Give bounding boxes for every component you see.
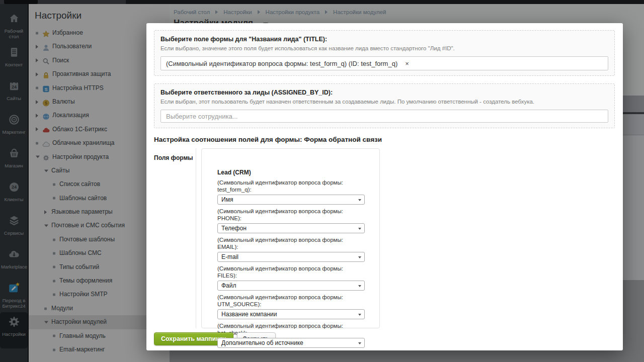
- mapping-left-column: Поля формы: [154, 148, 196, 328]
- lead-title-field-select[interactable]: (Символьный идентификатор вопроса формы:…: [160, 56, 608, 70]
- chevron-down-icon: [358, 314, 361, 316]
- mapping-field-label: (Символьный идентификатор вопроса формы:…: [217, 265, 364, 279]
- mapping-field-group: (Символьный идентификатор вопроса формы:…: [217, 294, 364, 319]
- chevron-down-icon: [358, 256, 361, 258]
- remove-tag-icon[interactable]: ×: [405, 60, 409, 67]
- mapping-field-group: (Символьный идентификатор вопроса формы:…: [217, 179, 364, 205]
- mapping-field-value: E-mail: [221, 253, 238, 260]
- mapping-field-label: (Символьный идентификатор вопроса формы:…: [217, 208, 364, 222]
- assigned-by-label: Выберите ответственного за лиды (ASSIGNE…: [160, 89, 608, 97]
- mapping-field-label: (Символьный идентификатор вопроса формы:…: [217, 179, 364, 193]
- module-settings-modal: Выберите поле формы для "Названия лида" …: [146, 23, 623, 350]
- mapping-field-select[interactable]: Имя: [217, 195, 365, 205]
- mapping-field-label: (Символьный идентификатор вопроса формы:…: [217, 294, 364, 308]
- lead-title-field-value: (Символьный идентификатор вопроса формы:…: [166, 60, 397, 67]
- mapping-field-group: (Символьный идентификатор вопроса формы:…: [217, 208, 364, 233]
- lead-title-description: Если выбрано, значение этого поля будет …: [160, 45, 608, 52]
- chevron-down-icon: [358, 342, 361, 344]
- screen: Рабочий столКонтент24СайтыМаркетингМагаз…: [0, 0, 644, 362]
- mapping-field-value: Дополнительно об источнике: [221, 339, 303, 346]
- mapping-area: Поля формы Lead (CRM) (Символьный иденти…: [154, 148, 615, 328]
- mapping-field-group: (Символьный идентификатор вопроса формы:…: [217, 265, 364, 291]
- form-fields-label: Поля формы: [154, 154, 196, 161]
- lead-title-label: Выберите поле формы для "Названия лида" …: [160, 36, 608, 43]
- mapping-field-value: Файл: [221, 282, 236, 289]
- mapping-field-value: Имя: [221, 196, 233, 203]
- mapping-field-value: Название компании: [221, 311, 277, 318]
- lead-crm-group-title: Lead (CRM): [217, 169, 364, 176]
- mapping-field-select[interactable]: E-mail: [217, 252, 365, 262]
- mapping-field-value: Телефон: [221, 225, 247, 232]
- mapping-fields-box: Lead (CRM) (Символьный идентификатор воп…: [201, 148, 380, 328]
- employee-select-input[interactable]: [160, 110, 608, 123]
- mapping-field-select[interactable]: Файл: [217, 281, 365, 291]
- mapping-heading: Настройка соотношения полей для формы: Ф…: [154, 136, 615, 144]
- chevron-down-icon: [358, 285, 361, 287]
- mapping-field-groups: (Символьный идентификатор вопроса формы:…: [217, 179, 364, 348]
- mapping-field-select[interactable]: Дополнительно об источнике: [217, 338, 365, 348]
- mapping-field-group: (Символьный идентификатор вопроса формы:…: [217, 236, 364, 262]
- chevron-down-icon: [358, 228, 361, 230]
- assigned-by-section: Выберите ответственного за лиды (ASSIGNE…: [154, 83, 615, 128]
- mapping-field-select[interactable]: Телефон: [217, 223, 365, 233]
- mapping-field-label: (Символьный идентификатор вопроса формы:…: [217, 236, 364, 250]
- lead-title-section: Выберите поле формы для "Названия лида" …: [154, 30, 615, 76]
- assigned-by-description: Если выбран, этот пользователь будет наз…: [160, 98, 608, 105]
- mapping-field-select[interactable]: Название компании: [217, 309, 365, 319]
- chevron-down-icon: [358, 199, 361, 201]
